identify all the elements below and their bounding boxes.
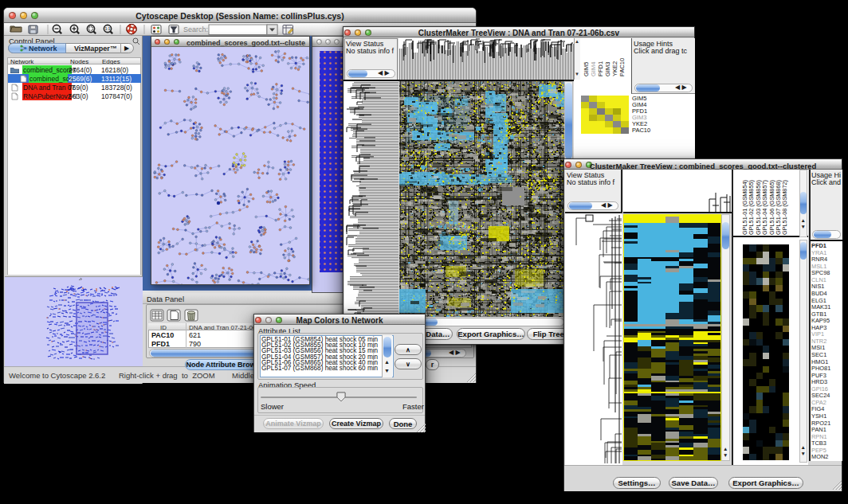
svg-text:Search:: Search: — [183, 25, 208, 33]
svg-text:1:1: 1:1 — [105, 27, 111, 31]
